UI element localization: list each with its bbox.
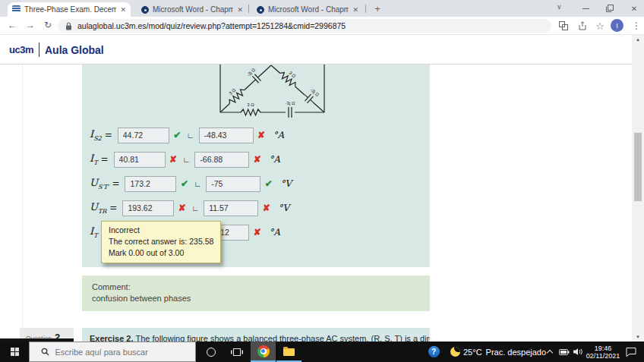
angle-input[interactable]: [199, 127, 254, 143]
tab-separator: [248, 5, 249, 13]
capacitor-label: -3j Ω: [286, 101, 295, 105]
correct-icon: ✔: [172, 130, 182, 140]
quiz-left-border: [22, 65, 23, 328]
start-button[interactable]: [0, 342, 29, 362]
window-close-button[interactable]: ✕: [623, 0, 644, 17]
temperature: 25°C: [463, 348, 482, 357]
word-favicon-icon: [141, 6, 149, 14]
browser-tab-strip: Three-Phase Exam. December 18 ✕ Microsof…: [0, 0, 644, 17]
speaker-icon: [573, 348, 583, 356]
comment-body: confusion between phases: [92, 293, 420, 304]
tab-close-icon[interactable]: ✕: [352, 6, 358, 14]
battery-status[interactable]: [557, 342, 572, 362]
weather-condition-icon[interactable]: [447, 342, 463, 362]
tab-close-icon[interactable]: ✕: [237, 6, 243, 14]
clock-time: 19:46: [595, 345, 612, 352]
unit-label: °A: [269, 154, 280, 165]
reload-button[interactable]: ↻: [44, 20, 52, 30]
magnitude-input[interactable]: [125, 176, 176, 192]
incorrect-icon: ✘: [169, 154, 178, 165]
exercise-statement: Exercise 2.The following figure shows a …: [82, 328, 430, 342]
angle-symbol: ∟: [183, 156, 191, 164]
taskbar-search[interactable]: [29, 342, 196, 362]
equals-sign: =: [100, 154, 108, 165]
angle-input[interactable]: [194, 152, 249, 168]
browser-menu-kebab-icon[interactable]: ⋮: [630, 20, 642, 32]
answer-row: IS2 = ✔ ∟ ✘ °A: [90, 126, 284, 144]
tab-close-icon[interactable]: ✕: [120, 6, 126, 14]
scroll-up-arrow[interactable]: ▲: [632, 35, 644, 44]
tray-help-button[interactable]: ?: [424, 342, 444, 362]
angle-input[interactable]: [206, 176, 260, 192]
feedback-tooltip: Incorrect The correct answer is: 235.58 …: [101, 221, 221, 263]
answer-row: US′T′ = ✔ ∟ ✔ °V: [90, 175, 292, 193]
window-minimize-button[interactable]: [574, 0, 597, 17]
incorrect-icon: ✘: [257, 130, 267, 140]
uc3m-logo[interactable]: uc3m Aula Global: [9, 42, 104, 57]
url-text: aulaglobal.uc3m.es/mod/quiz/review.php?a…: [77, 21, 346, 30]
angle-input[interactable]: [204, 200, 258, 216]
tab-title: Three-Phase Exam. December 18: [24, 5, 116, 14]
lock-icon: [65, 22, 72, 30]
unit-label: °A: [269, 227, 280, 238]
unit-label: °A: [273, 130, 285, 140]
moon-icon: [450, 347, 460, 357]
cortana-button[interactable]: [199, 342, 223, 362]
tab-word-1[interactable]: Microsoft Word - Chapman_Exam ✕: [137, 2, 248, 17]
tab-quiz[interactable]: Three-Phase Exam. December 18 ✕: [8, 2, 131, 17]
logo-divider: [39, 42, 39, 57]
help-icon: ?: [428, 346, 440, 357]
translate-icon[interactable]: [557, 20, 570, 32]
quantity-label: IS2: [90, 128, 102, 142]
angle-symbol: ∟: [187, 131, 194, 140]
address-bar[interactable]: aulaglobal.uc3m.es/mod/quiz/review.php?a…: [58, 19, 551, 33]
equals-sign: =: [109, 203, 117, 213]
tab-title: Microsoft Word - Chapman_Exam: [153, 5, 233, 14]
back-button[interactable]: ←: [8, 20, 17, 30]
new-tab-button[interactable]: +: [371, 2, 384, 15]
action-center-button[interactable]: [621, 342, 641, 362]
answer-row: IT = ✘ ∟ ✘ °A: [90, 150, 280, 168]
weather-widget[interactable]: 25°C Prac. despejado: [463, 342, 543, 362]
tab-title: Microsoft Word - Chapman_Exam: [268, 5, 349, 14]
incorrect-icon: ✘: [252, 227, 262, 238]
window-restore-button[interactable]: [598, 0, 621, 17]
moodle-favicon-icon: [12, 5, 21, 14]
tooltip-mark: Mark 0.00 out of 3.00: [109, 247, 213, 259]
profile-avatar[interactable]: I: [611, 19, 623, 32]
task-view-button[interactable]: [225, 342, 249, 362]
unit-label: °V: [278, 203, 289, 213]
tray-overflow-button[interactable]: [544, 342, 556, 362]
incorrect-icon: ✘: [261, 203, 271, 213]
angle-symbol: ∟: [194, 180, 201, 188]
share-icon[interactable]: [576, 20, 589, 32]
taskbar-chrome-button[interactable]: [251, 342, 276, 362]
incorrect-icon: ✘: [177, 203, 187, 213]
quantity-label: IT: [90, 225, 97, 239]
quantity-label: IT: [90, 153, 97, 166]
windows-taskbar: ? 25°C Prac. despejado 19:46 02/: [0, 342, 644, 362]
search-icon: [41, 348, 49, 356]
magnitude-input[interactable]: [114, 152, 166, 168]
chevron-down-icon[interactable]: ∨: [557, 3, 562, 11]
taskbar-clock[interactable]: 19:46 02/11/2021: [583, 342, 623, 362]
exercise-lead: Exercise 2.: [90, 334, 134, 342]
tab-word-2[interactable]: Microsoft Word - Chapman_Exam ✕: [252, 2, 363, 17]
scroll-down-arrow[interactable]: ▼: [632, 332, 644, 342]
taskbar-explorer-button[interactable]: [276, 342, 301, 362]
resistor-label: 3 Ω: [247, 102, 254, 107]
answer-row: UTR = ✘ ∟ ✘ °V: [90, 199, 289, 217]
page-scrollbar[interactable]: ▲ ▼: [632, 35, 644, 342]
forward-button[interactable]: →: [26, 20, 35, 30]
weather-description: Prac. despejado: [486, 348, 547, 357]
magnitude-input[interactable]: [122, 200, 174, 216]
tooltip-status: Incorrect: [109, 225, 213, 236]
circuit-figure: 3 Ω -3j Ω 3 Ω -3j Ω: [216, 65, 351, 118]
magnitude-input[interactable]: [118, 127, 169, 143]
search-input[interactable]: [55, 348, 185, 357]
bookmark-star-icon[interactable]: ☆: [594, 20, 606, 32]
word-favicon-icon: [257, 6, 264, 14]
scrollbar-thumb[interactable]: [634, 133, 642, 201]
chrome-icon: [257, 345, 270, 357]
battery-icon: [559, 348, 570, 356]
